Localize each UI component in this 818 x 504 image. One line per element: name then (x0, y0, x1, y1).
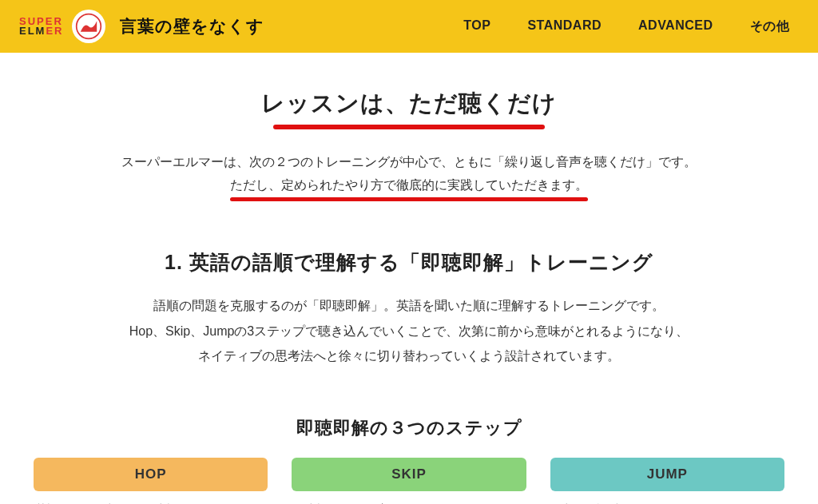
title-underline (273, 125, 545, 129)
intro-line-2: ただし、定められたやり方で徹底的に実践していただきます。 (230, 177, 588, 194)
nav-other[interactable]: その他 (750, 18, 790, 35)
header: SUPER ELMER 言葉の壁をなくす TOP STANDARD ADVANC… (0, 0, 818, 53)
step-jump: JUMP 区切らず原文のまま (550, 458, 784, 504)
section1-p3: ネイティブの思考法へと徐々に切り替わっていくよう設計されています。 (32, 343, 786, 368)
step-jump-badge: JUMP (550, 458, 784, 491)
intro-underline (230, 197, 588, 201)
main-content: レッスンは、ただ聴くだけ スーパーエルマーは、次の２つのトレーニングが中心で、と… (0, 53, 818, 504)
intro-line-2-wrap: ただし、定められたやり方で徹底的に実践していただきます。 (230, 177, 588, 201)
logo-text: SUPER ELMER (19, 17, 64, 35)
step-skip-badge: SKIP (292, 458, 526, 491)
page-title: レッスンは、ただ聴くだけ (261, 88, 557, 120)
step-hop-badge: HOP (34, 458, 268, 491)
logo[interactable]: SUPER ELMER (19, 10, 105, 43)
nav-advanced[interactable]: ADVANCED (638, 18, 713, 35)
nav-standard[interactable]: STANDARD (527, 18, 602, 35)
tagline: 言葉の壁をなくす (120, 15, 264, 38)
nav: TOP STANDARD ADVANCED その他 (463, 18, 799, 35)
intro-line-1: スーパーエルマーは、次の２つのトレーニングが中心で、ともに「繰り返し音声を聴くだ… (32, 150, 786, 174)
section1-heading: 1. 英語の語順で理解する「即聴即解」トレーニング (32, 249, 786, 276)
step-hop: HOP 英語を短く区切って日本語あり (34, 458, 268, 504)
section1-p2: Hop、Skip、Jumpの3ステップで聴き込んでいくことで、次第に前から意味が… (32, 319, 786, 343)
section1-p1: 語順の問題を克服するのが「即聴即解」。英語を聞いた順に理解するトレーニングです。 (32, 293, 786, 318)
logo-icon (72, 10, 105, 43)
step-skip: SKIP 日本語なしで無音のポーズあり (292, 458, 526, 504)
steps-row: HOP 英語を短く区切って日本語あり SKIP 日本語なしで無音のポーズあり J… (34, 458, 784, 504)
steps-heading: 即聴即解の３つのステップ (32, 416, 786, 440)
nav-top[interactable]: TOP (463, 18, 490, 35)
